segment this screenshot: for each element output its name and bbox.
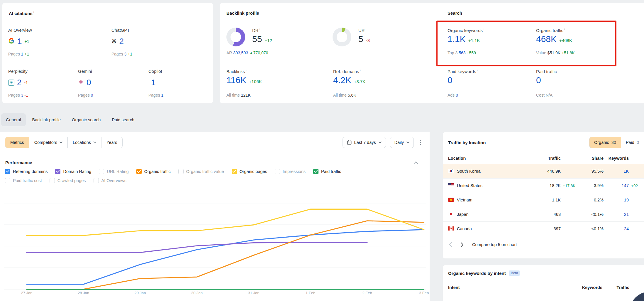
flag-kr-icon xyxy=(448,169,454,174)
toggle-paid[interactable]: Paid0 xyxy=(621,137,644,148)
checkbox-impressions[interactable]: Impressions xyxy=(275,169,306,174)
checkbox-label: Domain Rating xyxy=(63,169,91,174)
keywords-count-link[interactable]: 147 xyxy=(622,183,629,188)
performance-title: Performance xyxy=(5,160,32,165)
ai-citation-value: ✳2-1 xyxy=(8,78,28,88)
backlinks-value[interactable]: 116K +106K xyxy=(226,75,262,85)
prev-page-icon[interactable] xyxy=(449,242,452,247)
checkbox-organic-pages[interactable]: Organic pages xyxy=(232,169,267,174)
checkbox-crawled-pages[interactable]: Crawled pages xyxy=(50,178,86,183)
date-range-button[interactable]: Last 7 days xyxy=(343,137,386,148)
keywords-by-intent-card: Organic keywords by intent Beta Intent K… xyxy=(443,265,644,301)
table-row: Japan463<0.1%21 xyxy=(443,207,644,221)
checkbox-ai-overviews[interactable]: AI Overviews xyxy=(94,178,126,183)
ai-citation-item: Perplexity✳2-1Pages 3 -1 xyxy=(8,69,28,74)
tab-paid-search[interactable]: Paid search xyxy=(107,113,139,126)
tab-backlink-profile[interactable]: Backlink profile xyxy=(28,113,66,126)
flag-jp-icon xyxy=(448,212,454,217)
checkbox-organic-traffic-value[interactable]: Organic traffic value xyxy=(178,169,224,174)
compare-top5-button[interactable]: Compare top 5 on chart xyxy=(472,242,517,247)
toggle-organic[interactable]: Organic30 xyxy=(589,137,621,148)
pages-count-link[interactable]: 3 xyxy=(124,52,127,56)
pages-count-link[interactable]: 1 xyxy=(161,93,164,97)
checkbox-box xyxy=(178,169,184,174)
info-icon: i xyxy=(558,69,558,72)
ai-citation-item: AI Overview1+1Pages 1 +1 xyxy=(8,28,32,33)
checkbox-domain-rating[interactable]: Domain Rating xyxy=(55,169,91,174)
pages-count-link[interactable]: 3 xyxy=(21,93,23,97)
locations-filter-button[interactable]: Locations xyxy=(67,137,101,148)
keywords-count-link[interactable]: 1K xyxy=(623,169,629,174)
top3-value-link[interactable]: 563 xyxy=(459,51,465,55)
flag-us-icon xyxy=(448,183,454,188)
x-axis-tick-label: 29 Jan xyxy=(134,291,146,294)
ref-domains-value[interactable]: 4.2K +3.7K xyxy=(333,75,365,85)
ar-value-link[interactable]: 393,593 xyxy=(233,51,248,55)
perplexity-icon: ✳ xyxy=(8,80,14,86)
paid-traffic-value[interactable]: 0 xyxy=(536,75,541,85)
more-options-button[interactable] xyxy=(418,138,423,147)
backlinks-label: Backlinksi xyxy=(226,69,247,74)
traffic-by-location-header: Traffic by location Organic30Paid0 xyxy=(443,132,644,148)
traffic-value: 446.9K xyxy=(540,169,561,174)
ai-source-label: Perplexity xyxy=(8,69,28,74)
ai-citation-value: ❋2 xyxy=(111,36,124,46)
filter-segments: Metrics Competitors Locations Years xyxy=(5,137,123,148)
checkbox-paid-traffic[interactable]: Paid traffic xyxy=(313,169,341,174)
metrics-filter-button[interactable]: Metrics xyxy=(5,137,29,148)
col-keywords: Keywords xyxy=(604,156,629,161)
citation-count-link[interactable]: 2 xyxy=(119,37,124,46)
info-icon: i xyxy=(564,28,565,31)
organic-keywords-value[interactable]: 1.1K +1.1K xyxy=(448,34,480,44)
keywords-count-link[interactable]: 21 xyxy=(624,212,629,217)
citation-count-link[interactable]: 1 xyxy=(17,37,22,46)
checkbox-url-rating[interactable]: URL Rating xyxy=(99,169,128,174)
ads-line: Ads 0 xyxy=(448,93,458,97)
pages-line: Pages 3 -1 xyxy=(8,93,28,97)
paid-keywords-value[interactable]: 0 xyxy=(448,75,453,85)
intent-header: Organic keywords by intent Beta xyxy=(443,265,644,276)
next-page-icon[interactable] xyxy=(461,242,463,247)
tab-organic-search[interactable]: Organic search xyxy=(67,113,105,126)
checkbox-label: Paid traffic cost xyxy=(13,178,42,183)
tab-general[interactable]: General xyxy=(1,113,26,126)
chart-controls: Last 7 days Daily xyxy=(343,137,423,148)
traffic-by-location-title: Traffic by location xyxy=(448,140,486,145)
citation-count-link[interactable]: 1 xyxy=(151,78,156,87)
top3-line: Top 3 563 +559 xyxy=(448,51,476,55)
citation-count-link[interactable]: 0 xyxy=(87,78,91,87)
years-filter-button[interactable]: Years xyxy=(101,137,122,148)
citation-delta: +1 xyxy=(25,39,29,44)
ur-label: URi xyxy=(358,28,366,33)
keywords-count-link[interactable]: 19 xyxy=(624,198,629,202)
checkbox-label: Organic traffic value xyxy=(186,169,224,174)
info-icon: i xyxy=(360,69,360,72)
info-icon: i xyxy=(484,28,484,31)
ai-citations-title: AI citationsi xyxy=(9,11,34,16)
location-table: Location Traffic Share Keywords South Ko… xyxy=(443,153,644,236)
traffic-value-line: Value $51.9K +51.8K xyxy=(536,51,575,55)
pages-count-link[interactable]: 0 xyxy=(91,93,93,97)
table-row: South Korea446.9K95.5%1K xyxy=(443,164,644,178)
location-name: Japan xyxy=(457,212,469,217)
organic-traffic-value[interactable]: 468K +468K xyxy=(536,34,572,44)
chevron-down-icon xyxy=(406,142,409,143)
organic-keywords-label: Organic keywordsi xyxy=(448,28,484,33)
gemini-icon xyxy=(78,79,84,86)
checkbox-paid-traffic-cost[interactable]: Paid traffic cost xyxy=(5,178,42,183)
keywords-count-link[interactable]: 24 xyxy=(624,226,629,231)
collapse-chevron-icon[interactable] xyxy=(414,161,418,164)
checkbox-box xyxy=(136,169,142,174)
checkbox-label: Impressions xyxy=(283,169,306,174)
granularity-button[interactable]: Daily xyxy=(390,137,414,148)
dr-value: 55+12 xyxy=(252,34,272,44)
pages-count-link[interactable]: 1 xyxy=(21,52,23,56)
ar-line: AR 393,593 ▲770,070 xyxy=(226,51,268,55)
checkbox-organic-traffic[interactable]: Organic traffic xyxy=(136,169,171,174)
location-name: Canada xyxy=(457,226,472,231)
competitors-filter-button[interactable]: Competitors xyxy=(29,137,67,148)
col-traffic: Traffic xyxy=(540,156,561,161)
citation-count-link[interactable]: 2 xyxy=(17,78,22,87)
checkbox-referring-domains[interactable]: Referring domains xyxy=(5,169,48,174)
ads-value-link[interactable]: 0 xyxy=(456,93,458,97)
